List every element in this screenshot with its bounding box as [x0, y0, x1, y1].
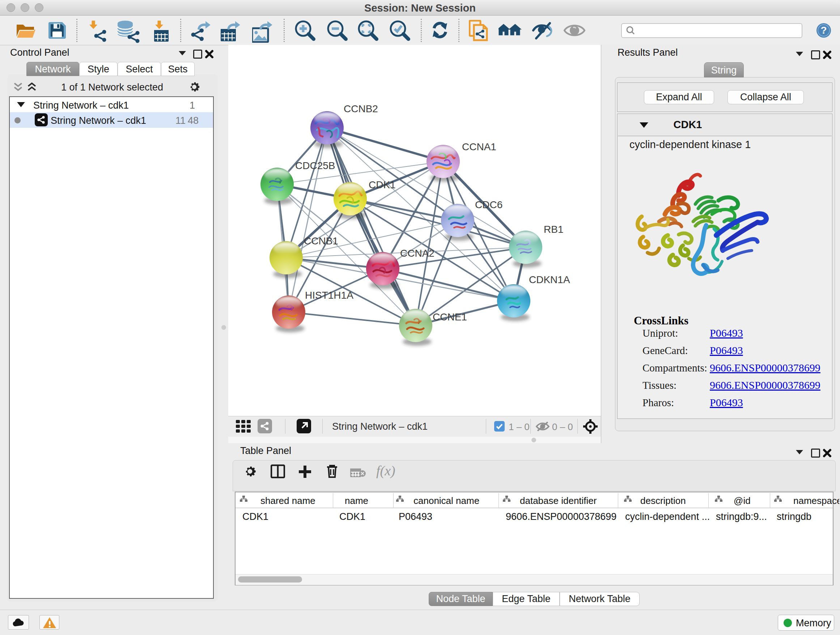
svg-text:CDC25B: CDC25B: [295, 160, 335, 171]
svg-text:HIST1H1A: HIST1H1A: [305, 290, 354, 301]
svg-text:CDK1: CDK1: [369, 179, 396, 190]
svg-text:CCNA2: CCNA2: [400, 248, 434, 259]
svg-text:RB1: RB1: [544, 224, 563, 235]
svg-text:CDC6: CDC6: [475, 199, 502, 211]
svg-text:?: ?: [821, 25, 827, 36]
svg-text:CCNB1: CCNB1: [304, 235, 338, 247]
svg-text:CCNA1: CCNA1: [462, 141, 496, 152]
svg-text:CDKN1A: CDKN1A: [529, 274, 570, 285]
svg-text:CCNB2: CCNB2: [344, 103, 378, 114]
svg-text:CCNE1: CCNE1: [433, 311, 467, 323]
